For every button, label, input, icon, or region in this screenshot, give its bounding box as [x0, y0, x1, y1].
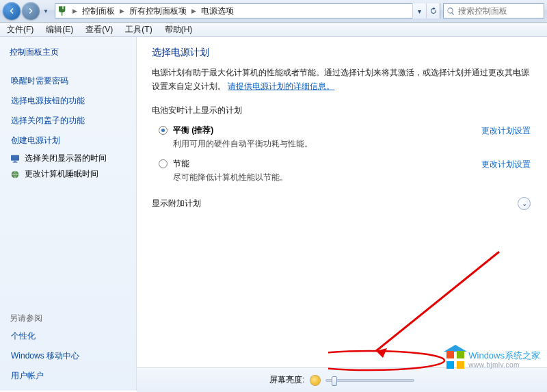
plan-group-label: 电池安时计上显示的计划 — [152, 105, 531, 116]
refresh-button[interactable] — [426, 3, 440, 18]
brightness-slider[interactable] — [325, 379, 414, 382]
menu-help[interactable]: 帮助(H) — [162, 23, 196, 37]
search-placeholder: 搜索控制面板 — [458, 5, 507, 17]
sidebar-item-label: 选择关闭显示器的时间 — [25, 153, 107, 164]
plan-details-link[interactable]: 请提供电源计划的详细信息。 — [228, 81, 334, 91]
breadcrumb-item[interactable]: 控制面板 — [79, 4, 118, 18]
sidebar-link-close-lid[interactable]: 选择关闭盖子的功能 — [10, 113, 128, 129]
watermark-text-en: Windows — [468, 350, 505, 361]
svg-rect-0 — [11, 155, 19, 160]
watermark: Windows系统之家 www.bjmlv.com — [446, 351, 540, 369]
radio-balanced[interactable] — [159, 126, 168, 135]
sidebar-link-require-password[interactable]: 唤醒时需要密码 — [10, 73, 128, 89]
chevron-right-icon: ▶ — [118, 8, 126, 14]
menu-view[interactable]: 查看(V) — [83, 23, 116, 37]
globe-icon — [10, 169, 21, 180]
brightness-label: 屏幕亮度: — [269, 374, 304, 386]
search-box[interactable]: 搜索控制面板 — [443, 3, 544, 18]
change-plan-settings-link[interactable]: 更改计划设置 — [481, 125, 531, 137]
chevron-right-icon: ▶ — [70, 8, 79, 14]
menu-bar: 文件(F) 编辑(E) 查看(V) 工具(T) 帮助(H) — [0, 23, 547, 37]
search-icon — [446, 7, 455, 16]
breadcrumb-item[interactable]: 电源选项 — [198, 4, 237, 18]
sidebar-see-also-users[interactable]: 用户帐户 — [10, 368, 128, 384]
change-plan-settings-link[interactable]: 更改计划设置 — [481, 159, 531, 170]
forward-button[interactable] — [22, 2, 40, 20]
plan-title: 平衡 (推荐) — [173, 125, 481, 136]
menu-tools[interactable]: 工具(T) — [122, 23, 155, 37]
menu-edit[interactable]: 编辑(E) — [43, 23, 76, 37]
sidebar-item-label: 更改计算机睡眠时间 — [25, 168, 98, 180]
watermark-logo — [446, 351, 464, 369]
plan-subtitle: 尽可能降低计算机性能以节能。 — [173, 172, 481, 183]
chevron-down-icon[interactable]: ⌄ — [518, 197, 531, 210]
breadcrumb-item[interactable]: 所有控制面板项 — [126, 4, 189, 18]
sun-icon — [310, 376, 320, 385]
radio-power-saver[interactable] — [159, 159, 168, 168]
show-additional-plans[interactable]: 显示附加计划 — [152, 198, 271, 209]
svg-rect-1 — [14, 161, 16, 161]
sidebar-see-also-heading: 另请参阅 — [10, 313, 128, 324]
page-description: 电源计划有助于最大化计算机的性能或者节能。通过选择计划来将其激活，或选择计划并通… — [152, 66, 531, 94]
sidebar-link-display-off[interactable]: 选择关闭显示器的时间 — [10, 153, 128, 164]
main-area: 控制面板主页 唤醒时需要密码 选择电源按钮的功能 选择关闭盖子的功能 创建电源计… — [0, 37, 547, 391]
page-title: 选择电源计划 — [152, 47, 531, 59]
sidebar-link-power-button[interactable]: 选择电源按钮的功能 — [10, 93, 128, 109]
address-bar[interactable]: ▶ 控制面板 ▶ 所有控制面板项 ▶ 电源选项 ▾ — [55, 3, 440, 18]
chevron-right-icon: ▶ — [189, 8, 198, 14]
watermark-url: www.bjmlv.com — [468, 361, 540, 369]
plan-title: 节能 — [173, 158, 481, 170]
back-button[interactable] — [3, 2, 21, 20]
sidebar-home-link[interactable]: 控制面板主页 — [10, 47, 128, 58]
monitor-icon — [10, 153, 21, 164]
plan-balanced[interactable]: 平衡 (推荐) 利用可用的硬件自动平衡功耗与性能。 更改计划设置 — [152, 123, 531, 157]
watermark-text-cn: 系统之家 — [505, 350, 540, 361]
sidebar-see-also-personalize[interactable]: 个性化 — [10, 328, 128, 344]
slider-thumb[interactable] — [332, 376, 337, 386]
sidebar: 控制面板主页 唤醒时需要密码 选择电源按钮的功能 选择关闭盖子的功能 创建电源计… — [0, 37, 137, 391]
titlebar-nav: ▼ ▶ 控制面板 ▶ 所有控制面板项 ▶ 电源选项 ▾ 搜索控制面板 — [0, 0, 547, 23]
description-text: 电源计划有助于最大化计算机的性能或者节能。通过选择计划来将其激活，或选择计划并通… — [152, 68, 529, 91]
sidebar-link-create-plan[interactable]: 创建电源计划 — [10, 133, 128, 148]
history-dropdown[interactable]: ▼ — [41, 4, 51, 18]
menu-file[interactable]: 文件(F) — [4, 23, 36, 37]
plan-power-saver[interactable]: 节能 尽可能降低计算机性能以节能。 更改计划设置 — [152, 157, 531, 190]
sidebar-see-also-mobility[interactable]: Windows 移动中心 — [10, 348, 128, 364]
power-icon — [55, 5, 70, 16]
brightness-bar: 屏幕亮度: — [137, 367, 547, 392]
svg-rect-2 — [13, 161, 18, 162]
sidebar-link-sleep-time[interactable]: 更改计算机睡眠时间 — [10, 168, 128, 180]
plan-subtitle: 利用可用的硬件自动平衡功耗与性能。 — [173, 138, 481, 150]
address-dropdown[interactable]: ▾ — [412, 3, 426, 18]
content-pane: 选择电源计划 电源计划有助于最大化计算机的性能或者节能。通过选择计划来将其激活，… — [137, 37, 547, 391]
